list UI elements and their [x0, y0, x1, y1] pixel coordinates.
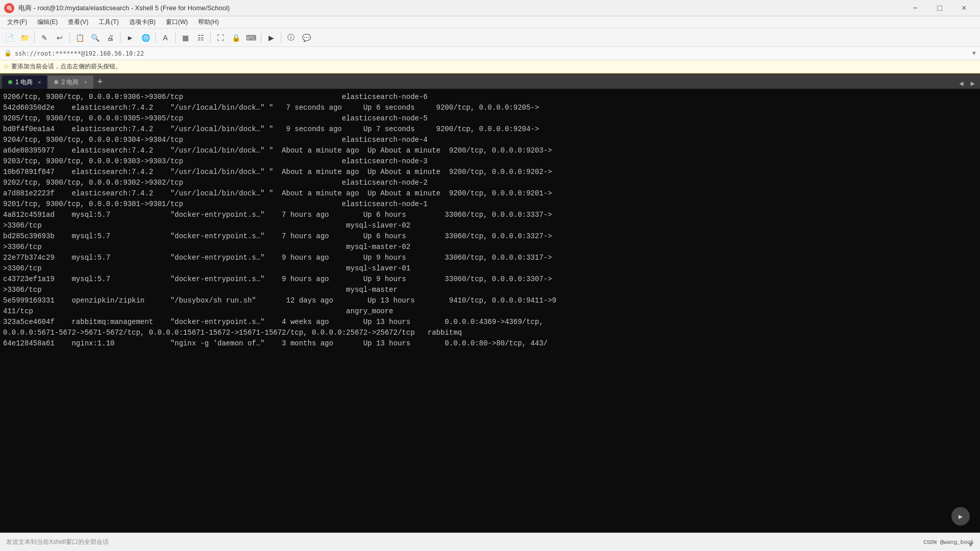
terminal-line: >3306/tcp mysql-slaver-01 [3, 263, 977, 274]
tb-copy[interactable]: 📋 [72, 31, 87, 45]
send-arrow[interactable]: ▼ [969, 541, 973, 549]
tb-forward[interactable]: ► [123, 31, 137, 45]
terminal-line: >3306/tcp mysql-slaver-02 [3, 220, 977, 231]
tab-2[interactable]: 2 电商 × [48, 76, 93, 89]
terminal-line: 0.0.0.0:5671-5672->5671-5672/tcp, 0.0.0.… [3, 328, 977, 338]
window-controls: − □ × [903, 0, 976, 16]
tb-layout2[interactable]: ☷ [193, 31, 208, 45]
info-icon: ☉ [4, 62, 8, 71]
tab-close-2[interactable]: × [84, 79, 87, 85]
tb-cmd[interactable]: ▶ [264, 31, 278, 45]
tb-font[interactable]: A [158, 31, 173, 45]
tab-close-1[interactable]: × [38, 79, 41, 85]
tab-status-dot-1 [8, 80, 12, 84]
menu-file[interactable]: 文件(F) [2, 17, 32, 28]
terminal-line: 4a812c4591ad mysql:5.7 "docker-entrypoin… [3, 210, 977, 220]
tb-key[interactable]: ⌨ [244, 31, 258, 45]
terminal-line: 64e128458a61 nginx:1.10 "nginx -g 'daemo… [3, 338, 977, 349]
terminal-line: 9201/tcp, 9300/tcp, 0.0.0.0:9301->9301/t… [3, 199, 977, 210]
tb-help[interactable]: ⓘ [284, 31, 298, 45]
tb-lock[interactable]: 🔒 [229, 31, 243, 45]
add-tab-button[interactable]: + [93, 76, 107, 89]
menu-window[interactable]: 窗口(W) [161, 17, 193, 28]
toolbar: 📄 📁 ✎ ↩ 📋 🔍 🖨 ► 🌐 A ▦ ☷ ⛶ 🔒 ⌨ ▶ ⓘ 💬 [0, 29, 980, 47]
menu-edit[interactable]: 编辑(E) [32, 17, 63, 28]
tab-bar: 1 电商 × 2 电商 × + ◀ ▶ [0, 73, 980, 89]
address-text[interactable]: ssh://root:*******@192.168.56.10:22 [15, 50, 144, 57]
terminal-line: 22e77b374c29 mysql:5.7 "docker-entrypoin… [3, 253, 977, 263]
terminal-line: 9205/tcp, 9300/tcp, 0.0.0.0:9305->9305/t… [3, 113, 977, 124]
terminal-line: bd285c39693b mysql:5.7 "docker-entrypoin… [3, 231, 977, 242]
play-button[interactable]: ▶ [951, 507, 970, 525]
tb-fullscreen[interactable]: ⛶ [213, 31, 228, 45]
app-icon: 电 [4, 3, 14, 13]
terminal-line: a6de80395977 elasticsearch:7.4.2 "/usr/l… [3, 145, 977, 156]
terminal-line: 9206/tcp, 9300/tcp, 0.0.0.0:9306->9306/t… [3, 92, 977, 103]
lock-icon: 🔒 [4, 49, 12, 57]
tb-chat[interactable]: 💬 [299, 31, 313, 45]
terminal-line: c43723ef1a19 mysql:5.7 "docker-entrypoin… [3, 274, 977, 285]
watermark: CSDN @wang_book [923, 539, 974, 545]
app-icon-char: 电 [7, 5, 12, 12]
tb-new[interactable]: 📄 [2, 31, 16, 45]
menu-bar: 文件(F) 编辑(E) 查看(V) 工具(T) 选项卡(B) 窗口(W) 帮助(… [0, 16, 980, 29]
tab-nav: ◀ ▶ [956, 78, 978, 89]
terminal-line: a7d881e2223f elasticsearch:7.4.2 "/usr/l… [3, 188, 977, 199]
terminal-line: 323a5ce4604f rabbitmq:management "docker… [3, 317, 977, 328]
tab-1[interactable]: 1 电商 × [2, 76, 47, 89]
close-button[interactable]: × [952, 0, 976, 16]
terminal-line: 411/tcp angry_moore [3, 306, 977, 317]
address-dropdown[interactable]: ▼ [972, 50, 976, 57]
terminal-output[interactable]: 9206/tcp, 9300/tcp, 0.0.0.0:9306->9306/t… [0, 89, 980, 533]
tab-label-1: 1 电商 [15, 78, 33, 87]
tb-search[interactable]: 🔍 [88, 31, 102, 45]
maximize-button[interactable]: □ [928, 0, 951, 16]
tab-nav-left[interactable]: ◀ [956, 78, 966, 89]
window-title: 电商 - root@10:/mydata/elasticsearch - Xsh… [18, 4, 230, 13]
menu-tools[interactable]: 工具(T) [93, 17, 124, 28]
tab-nav-right[interactable]: ▶ [968, 78, 978, 89]
terminal-line: 9203/tcp, 9300/tcp, 0.0.0.0:9303->9303/t… [3, 156, 977, 167]
terminal-line: 542d60350d2e elasticsearch:7.4.2 "/usr/l… [3, 103, 977, 113]
terminal-line: >3306/tcp mysql-master [3, 285, 977, 295]
terminal-line: 5e5999169331 openzipkin/zipkin "/busybox… [3, 295, 977, 306]
terminal-line: 10b67891f847 elasticsearch:7.4.2 "/usr/l… [3, 167, 977, 178]
menu-view[interactable]: 查看(V) [63, 17, 93, 28]
tab-status-dot-2 [54, 80, 58, 84]
tb-edit[interactable]: ✎ [37, 31, 52, 45]
terminal-line: 9204/tcp, 9300/tcp, 0.0.0.0:9304->9304/t… [3, 135, 977, 145]
menu-tabs[interactable]: 选项卡(B) [124, 17, 161, 28]
bottom-bar: 发送文本到当前Xshell窗口的全部会话 ▼ CSDN @wang_book [0, 533, 980, 551]
send-text-label: 发送文本到当前Xshell窗口的全部会话 [6, 538, 109, 546]
tb-globe[interactable]: 🌐 [138, 31, 153, 45]
tb-undo[interactable]: ↩ [53, 31, 67, 45]
address-bar: 🔒 ssh://root:*******@192.168.56.10:22 ▼ [0, 47, 980, 60]
menu-help[interactable]: 帮助(H) [193, 17, 224, 28]
info-bar: ☉ 要添加当前会话，点击左侧的箭头按钮。 [0, 60, 980, 73]
info-text: 要添加当前会话，点击左侧的箭头按钮。 [11, 62, 121, 71]
tab-label-2: 2 电商 [61, 78, 79, 87]
title-bar: 电 电商 - root@10:/mydata/elasticsearch - X… [0, 0, 980, 16]
terminal-line: 9202/tcp, 9300/tcp, 0.0.0.0:9302->9302/t… [3, 178, 977, 188]
terminal-line: bd0f4f0ea1a4 elasticsearch:7.4.2 "/usr/l… [3, 124, 977, 135]
tb-print[interactable]: 🖨 [103, 31, 117, 45]
tb-layout1[interactable]: ▦ [178, 31, 192, 45]
terminal-line: >3306/tcp mysql-master-02 [3, 242, 977, 253]
minimize-button[interactable]: − [903, 0, 927, 16]
tb-open[interactable]: 📁 [17, 31, 32, 45]
